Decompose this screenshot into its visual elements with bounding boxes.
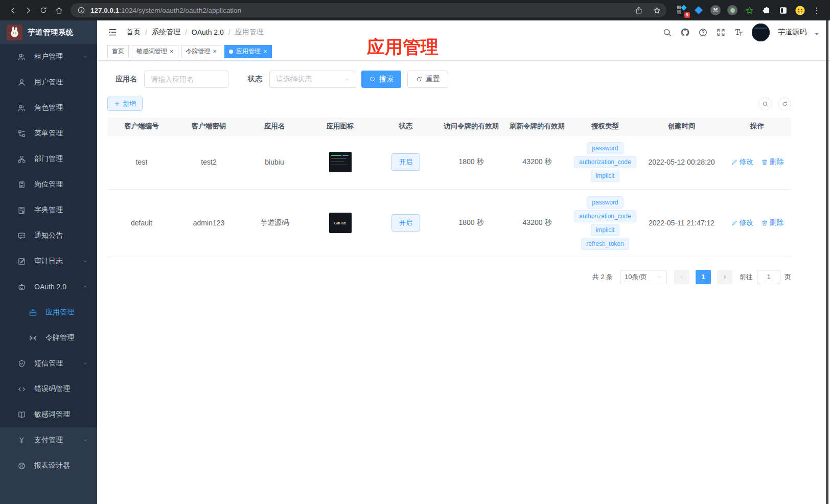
profile-avatar-icon[interactable] xyxy=(794,4,806,16)
app-icon-thumbnail[interactable] xyxy=(329,152,352,172)
grant-type-tag: implicit xyxy=(591,170,620,182)
tab-home[interactable]: 首页 xyxy=(107,45,129,58)
breadcrumb-system[interactable]: 系统管理 xyxy=(152,28,180,37)
cell-client-id: test xyxy=(107,135,176,189)
sidebar-item-role[interactable]: 角色管理 xyxy=(0,95,97,121)
browser-home-button[interactable] xyxy=(51,3,66,18)
sidepanel-icon[interactable] xyxy=(777,4,789,16)
sidebar-item-audit-log[interactable]: 审计日志 xyxy=(0,248,97,274)
page-size-select[interactable]: 10条/页 xyxy=(620,270,667,284)
sidebar-item-notice[interactable]: 通知公告 xyxy=(0,223,97,248)
prev-page-button[interactable] xyxy=(674,270,689,284)
sidebar-item-user[interactable]: 用户管理 xyxy=(0,70,97,95)
sidebar-item-dict[interactable]: 字典管理 xyxy=(0,197,97,223)
tab-token[interactable]: 令牌管理 × xyxy=(181,45,222,58)
goto-page: 前往 页 xyxy=(740,270,791,284)
help-icon[interactable] xyxy=(698,28,708,37)
sidebar-item-oauth2[interactable]: OAuth 2.0 xyxy=(0,274,97,300)
goto-page-input[interactable] xyxy=(757,270,780,284)
sidebar-item-sms[interactable]: 短信管理 xyxy=(0,351,97,376)
add-button[interactable]: 新增 xyxy=(107,97,143,111)
table-refresh-button[interactable] xyxy=(778,97,791,110)
cell-actions: 修改删除 xyxy=(723,189,791,257)
tab-close-icon[interactable]: × xyxy=(170,48,174,55)
font-size-icon[interactable] xyxy=(734,28,744,37)
adblock-extension-icon[interactable]: 9 xyxy=(676,4,688,16)
sidebar-item-payment[interactable]: 支付管理 xyxy=(0,427,97,453)
table-row: default admin123 芋道源码 GitHub 开启 1800 秒 4… xyxy=(107,189,791,257)
address-bar[interactable]: 127.0.0.1:1024/system/oauth2/oauth2/appl… xyxy=(71,3,666,17)
github-icon[interactable] xyxy=(680,28,690,37)
user-avatar[interactable] xyxy=(752,24,770,41)
cell-access-ttl: 1800 秒 xyxy=(439,135,504,189)
sidebar-item-menu[interactable]: 菜单管理 xyxy=(0,121,97,146)
cell-status: 开启 xyxy=(373,135,439,189)
edit-link[interactable]: 修改 xyxy=(731,157,754,167)
cell-client-secret: admin123 xyxy=(176,189,242,257)
app-icon-thumbnail[interactable]: GitHub xyxy=(329,213,352,233)
extensions-puzzle-icon[interactable] xyxy=(760,4,772,16)
breadcrumb-oauth2[interactable]: OAuth 2.0 xyxy=(192,28,224,36)
app-name-label: 应用名 xyxy=(116,75,137,84)
recorder-extension-icon[interactable] xyxy=(726,4,739,16)
chevron-right-icon xyxy=(722,274,728,280)
status-toggle[interactable]: 开启 xyxy=(391,214,420,232)
browser-forward-button[interactable] xyxy=(20,3,36,18)
delete-link[interactable]: 删除 xyxy=(761,218,784,227)
browser-back-button[interactable] xyxy=(5,3,20,18)
extensions-area: 9 ⌘ ⋮ xyxy=(671,4,825,16)
sidebar-item-oauth2-application[interactable]: 应用管理 xyxy=(0,300,97,325)
sidebar-item-post[interactable]: 岗位管理 xyxy=(0,172,97,197)
chevron-down-icon xyxy=(82,360,88,366)
goto-unit-label: 页 xyxy=(785,272,791,282)
badge-icon xyxy=(17,180,26,189)
status-toggle[interactable]: 开启 xyxy=(391,153,420,171)
star-extension-icon[interactable] xyxy=(743,4,755,16)
table-search-toggle-button[interactable] xyxy=(758,97,772,110)
bookmark-star-icon[interactable] xyxy=(650,4,663,17)
tab-sensitive-word[interactable]: 敏感词管理 × xyxy=(132,45,178,58)
tab-close-icon[interactable]: × xyxy=(213,48,217,55)
sidebar-item-report-designer[interactable]: 报表设计器 xyxy=(0,453,97,478)
sidebar-item-tenant[interactable]: 租户管理 xyxy=(0,44,97,70)
search-icon[interactable] xyxy=(662,28,672,37)
sidebar-item-dept[interactable]: 部门管理 xyxy=(0,146,97,172)
sidebar-item-oauth2-token[interactable]: 令牌管理 xyxy=(0,325,97,351)
browser-reload-button[interactable] xyxy=(36,3,51,18)
window-scrollbar[interactable] xyxy=(826,20,828,504)
shield-check-icon xyxy=(17,359,26,368)
tab-application-active[interactable]: 应用管理 × xyxy=(224,45,272,58)
gem-extension-icon[interactable] xyxy=(693,4,705,16)
cell-app-icon xyxy=(307,135,373,189)
sidebar-item-sensitive-word[interactable]: 敏感词管理 xyxy=(0,402,97,427)
col-client-secret: 客户端密钥 xyxy=(176,118,242,135)
search-button[interactable]: 搜索 xyxy=(361,71,401,88)
chevron-down-icon xyxy=(656,274,662,280)
edit-pen-icon xyxy=(731,158,738,166)
site-info-icon[interactable] xyxy=(77,4,86,17)
app-logo-row[interactable]: 芋道管理系统 xyxy=(0,20,97,44)
browser-menu-icon[interactable]: ⋮ xyxy=(811,6,823,15)
next-page-button[interactable] xyxy=(717,270,732,284)
breadcrumb-home[interactable]: 首页 xyxy=(126,28,141,37)
share-icon[interactable] xyxy=(632,4,645,17)
edit-link[interactable]: 修改 xyxy=(731,218,754,227)
sidebar-item-error-code[interactable]: 错误码管理 xyxy=(0,376,97,402)
fullscreen-icon[interactable] xyxy=(716,28,726,37)
page-number-current[interactable]: 1 xyxy=(696,270,711,284)
col-status: 状态 xyxy=(373,118,439,135)
annotation-title: 应用管理 xyxy=(367,35,439,59)
filter-form: 应用名 状态 请选择状态 搜索 重置 xyxy=(107,71,830,88)
app-name-input[interactable] xyxy=(144,71,228,88)
username[interactable]: 芋道源码 xyxy=(778,28,806,37)
refresh-icon xyxy=(781,101,788,107)
user-menu-caret-icon[interactable] xyxy=(815,33,819,35)
reset-button[interactable]: 重置 xyxy=(407,71,448,88)
sidebar-collapse-icon[interactable] xyxy=(107,27,118,37)
grant-type-tag: password xyxy=(587,142,623,154)
status-select[interactable]: 请选择状态 xyxy=(269,71,356,88)
tab-close-icon[interactable]: × xyxy=(263,48,267,55)
command-extension-icon[interactable]: ⌘ xyxy=(709,4,722,16)
sidebar-menu-group: 租户管理 用户管理 角色管理 菜单管理 部门管理 岗位管理 xyxy=(0,44,97,427)
delete-link[interactable]: 删除 xyxy=(761,157,784,167)
